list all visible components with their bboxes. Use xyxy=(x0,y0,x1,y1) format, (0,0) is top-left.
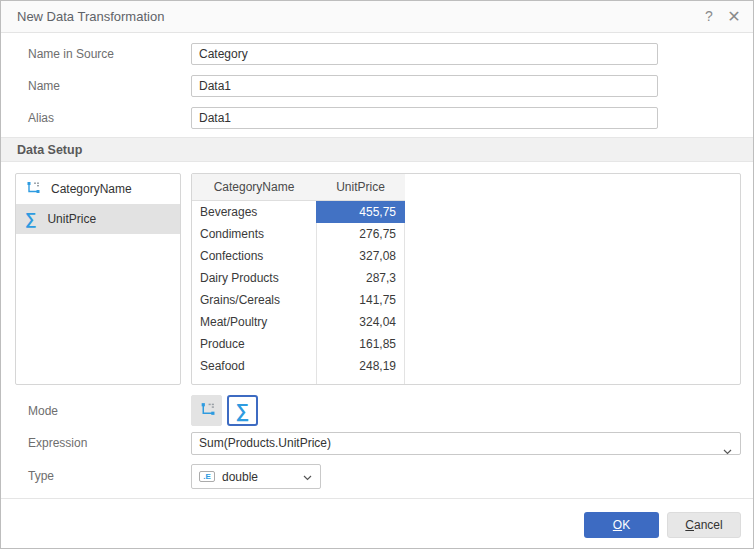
name-input[interactable] xyxy=(191,75,658,97)
type-label: Type xyxy=(28,465,54,487)
data-preview-panel: CategoryName UnitPrice Beverages 455,75 … xyxy=(191,173,741,385)
value-cell[interactable]: 327,08 xyxy=(316,245,405,267)
new-data-transformation-dialog: New Data Transformation ? ✕ Name in Sour… xyxy=(0,0,754,549)
ok-button[interactable]: OK xyxy=(584,512,659,538)
name-label: Name xyxy=(28,75,60,97)
chevron-down-icon xyxy=(723,441,732,462)
value-cell[interactable]: 161,85 xyxy=(316,333,405,355)
sum-mode-button[interactable]: ∑ xyxy=(227,395,258,426)
field-item-label: CategoryName xyxy=(51,182,132,196)
field-item-categoryname[interactable]: CategoryName xyxy=(16,174,180,204)
cancel-button[interactable]: Cancel xyxy=(667,512,741,538)
help-icon[interactable]: ? xyxy=(701,8,717,24)
table-row[interactable]: Beverages 455,75 xyxy=(192,201,405,223)
column-header-unitprice[interactable]: UnitPrice xyxy=(316,174,405,200)
dimension-icon xyxy=(25,180,40,198)
category-cell[interactable]: Confections xyxy=(192,249,316,263)
column-header-categoryname[interactable]: CategoryName xyxy=(192,174,316,200)
category-cell[interactable]: Grains/Cereals xyxy=(192,293,316,307)
mode-label: Mode xyxy=(28,400,58,422)
type-value: double xyxy=(222,470,258,484)
dimension-mode-button[interactable] xyxy=(191,395,222,426)
table-row[interactable]: Produce 161,85 xyxy=(192,333,405,355)
expression-label: Expression xyxy=(28,432,87,454)
field-item-unitprice[interactable]: ∑ UnitPrice xyxy=(16,204,180,234)
table-row[interactable]: Dairy Products 287,3 xyxy=(192,267,405,289)
double-type-icon: .E xyxy=(199,471,215,482)
alias-input[interactable] xyxy=(191,107,658,129)
category-cell[interactable]: Condiments xyxy=(192,227,316,241)
table-row[interactable]: Grains/Cereals 141,75 xyxy=(192,289,405,311)
category-cell[interactable]: Produce xyxy=(192,337,316,351)
value-cell[interactable]: 276,75 xyxy=(316,223,405,245)
category-cell[interactable]: Meat/Poultry xyxy=(192,315,316,329)
field-list-panel: CategoryName ∑ UnitPrice xyxy=(15,173,181,385)
value-cell[interactable]: 141,75 xyxy=(316,289,405,311)
value-cell[interactable]: 248,19 xyxy=(316,355,405,377)
table-row[interactable]: Seafood 248,19 xyxy=(192,355,405,377)
table-header: CategoryName UnitPrice xyxy=(192,174,405,201)
alias-label: Alias xyxy=(28,107,54,129)
table-body: Beverages 455,75 Condiments 276,75 Confe… xyxy=(192,201,405,377)
name-in-source-label: Name in Source xyxy=(28,43,114,65)
data-setup-section-header: Data Setup xyxy=(1,137,753,162)
table-row[interactable]: Condiments 276,75 xyxy=(192,223,405,245)
close-icon[interactable]: ✕ xyxy=(726,7,742,26)
type-select[interactable]: .E double xyxy=(191,464,321,489)
value-cell-selected[interactable]: 455,75 xyxy=(316,201,405,223)
dialog-title: New Data Transformation xyxy=(17,9,164,24)
table-row[interactable]: Confections 327,08 xyxy=(192,245,405,267)
category-cell[interactable]: Dairy Products xyxy=(192,271,316,285)
sum-icon: ∑ xyxy=(25,211,36,227)
chevron-down-icon xyxy=(303,470,312,484)
category-cell[interactable]: Seafood xyxy=(192,359,316,373)
section-title: Data Setup xyxy=(17,143,82,157)
title-bar: New Data Transformation ? ✕ xyxy=(1,1,753,33)
value-cell[interactable]: 287,3 xyxy=(316,267,405,289)
expression-combobox[interactable]: Sum(Products.UnitPrice) xyxy=(191,432,741,455)
footer-divider xyxy=(1,498,753,499)
value-cell[interactable]: 324,04 xyxy=(316,311,405,333)
table-row[interactable]: Meat/Poultry 324,04 xyxy=(192,311,405,333)
field-item-label: UnitPrice xyxy=(47,212,96,226)
name-in-source-input[interactable] xyxy=(191,43,658,65)
dimension-icon xyxy=(199,401,215,421)
expression-value: Sum(Products.UnitPrice) xyxy=(199,436,331,450)
category-cell[interactable]: Beverages xyxy=(192,205,316,219)
sum-icon: ∑ xyxy=(236,401,250,420)
